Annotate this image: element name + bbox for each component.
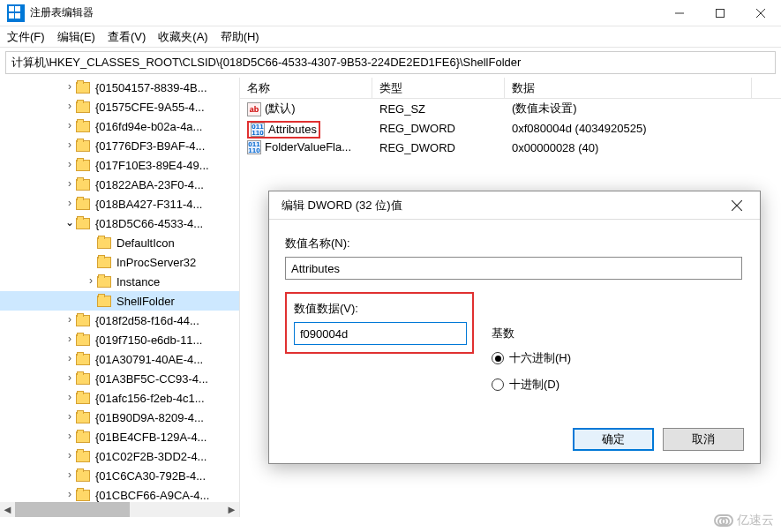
folder-icon (76, 470, 90, 482)
value-data-input[interactable] (294, 322, 467, 345)
radio-hex[interactable]: 十六进制(H) (492, 350, 571, 366)
tree-item-label: {01822ABA-23F0-4... (94, 177, 206, 192)
chevron-right-icon[interactable]: › (64, 410, 76, 423)
menu-help[interactable]: 帮助(H) (221, 29, 259, 45)
col-name[interactable]: 名称 (240, 78, 372, 98)
chevron-right-icon[interactable]: › (64, 352, 76, 364)
tree-hscrollbar[interactable]: ◄ ► (0, 502, 239, 517)
chevron-right-icon[interactable]: › (64, 371, 76, 384)
folder-icon (97, 237, 111, 249)
tree-item-label: {01CBCF66-A9CA-4... (94, 488, 211, 503)
tree-item[interactable]: DefaultIcon (0, 233, 240, 252)
menu-favorites[interactable]: 收藏夹(A) (158, 29, 207, 45)
scroll-right-icon[interactable]: ► (224, 502, 239, 517)
list-header: 名称 类型 数据 (240, 78, 781, 99)
tree-item[interactable]: ›{01A30791-40AE-4... (0, 349, 240, 369)
minimize-button[interactable] (659, 0, 700, 26)
list-row[interactable]: 011110FolderValueFla...REG_DWORD0x000000… (240, 138, 781, 157)
tree-item-label: {01afc156-f2eb-4c1... (94, 391, 207, 406)
folder-icon (76, 140, 90, 152)
tree-item[interactable]: ›{018f2d58-f16d-44... (0, 311, 240, 330)
tree-item[interactable]: ›{01C02F2B-3DD2-4... (0, 446, 240, 466)
folder-icon (76, 393, 90, 404)
tree-item[interactable]: ›Instance (0, 272, 240, 291)
list-row[interactable]: ab(默认)REG_SZ(数值未设置) (240, 99, 781, 118)
chevron-right-icon[interactable]: › (64, 333, 76, 345)
tree-item[interactable]: ›{01A3BF5C-CC93-4... (0, 369, 240, 388)
radio-dec[interactable]: 十进制(D) (492, 377, 571, 393)
folder-icon (76, 315, 90, 326)
tree-item[interactable]: ›{01575CFE-9A55-4... (0, 97, 240, 116)
chevron-right-icon[interactable]: › (64, 391, 76, 403)
dialog-titlebar: 编辑 DWORD (32 位)值 (269, 191, 760, 220)
chevron-right-icon[interactable]: › (64, 197, 76, 209)
chevron-right-icon[interactable]: › (64, 488, 76, 500)
chevron-right-icon[interactable]: › (64, 158, 76, 170)
tree-item-label: Instance (115, 274, 161, 289)
tree-item[interactable]: ›{018BA427-F311-4... (0, 194, 240, 214)
value-type: REG_SZ (372, 102, 505, 116)
tree-item[interactable]: ›{01504157-8839-4B... (0, 78, 240, 97)
close-button[interactable] (740, 0, 781, 26)
tree-view[interactable]: ›{01504157-8839-4B...›{01575CFE-9A55-4..… (0, 78, 240, 517)
maximize-button[interactable] (700, 0, 740, 26)
ok-button[interactable]: 确定 (573, 428, 654, 451)
tree-item[interactable]: ›{01776DF3-B9AF-4... (0, 136, 240, 155)
dialog-title: 编辑 DWORD (32 位)值 (282, 198, 721, 214)
cancel-button[interactable]: 取消 (663, 428, 744, 451)
menu-edit[interactable]: 编辑(E) (57, 29, 95, 45)
tree-item[interactable]: ›{01afc156-f2eb-4c1... (0, 388, 240, 408)
folder-icon (76, 160, 90, 171)
chevron-right-icon[interactable]: › (64, 449, 76, 461)
chevron-right-icon[interactable]: › (64, 80, 76, 93)
chevron-right-icon[interactable]: › (64, 139, 76, 151)
base-label: 基数 (492, 326, 571, 341)
app-icon (7, 4, 25, 22)
value-name-input[interactable] (285, 257, 742, 280)
tree-item[interactable]: ›{01822ABA-23F0-4... (0, 175, 240, 194)
tree-item-label: {01776DF3-B9AF-4... (94, 139, 207, 154)
chevron-right-icon[interactable]: › (64, 313, 76, 326)
tree-item[interactable]: ›{016fd94e-b02a-4a... (0, 116, 240, 136)
tree-item[interactable]: InProcServer32 (0, 252, 240, 272)
tree-item[interactable]: ›{01BE4CFB-129A-4... (0, 427, 240, 446)
chevron-right-icon[interactable]: › (64, 177, 76, 190)
folder-icon (76, 121, 90, 132)
folder-icon (97, 296, 111, 307)
folder-icon (76, 412, 90, 423)
value-name: Attributes (268, 123, 317, 136)
chevron-right-icon[interactable]: › (64, 430, 76, 442)
tree-item-label: DefaultIcon (115, 236, 176, 251)
tree-item-selected[interactable]: ShellFolder (0, 291, 240, 311)
tree-item[interactable]: ⌄{018D5C66-4533-4... (0, 214, 240, 233)
chevron-right-icon[interactable]: › (64, 119, 76, 131)
tree-item-label: {01C6CA30-792B-4... (94, 468, 207, 483)
folder-icon (76, 199, 90, 210)
chevron-right-icon[interactable]: › (64, 100, 76, 112)
tree-item-label: {018f2d58-f16d-44... (94, 313, 201, 328)
chevron-down-icon[interactable]: ⌄ (64, 216, 76, 229)
tree-item[interactable]: ›{01C6CA30-792B-4... (0, 466, 240, 485)
value-name: (默认) (265, 101, 296, 115)
chevron-right-icon[interactable]: › (64, 468, 76, 481)
dialog-close-button[interactable] (721, 193, 753, 218)
list-row[interactable]: 011110AttributesREG_DWORD0xf080004d (403… (240, 118, 781, 138)
menu-file[interactable]: 文件(F) (7, 29, 45, 45)
watermark: 亿速云 (714, 513, 774, 528)
folder-icon (76, 179, 90, 191)
tree-item[interactable]: ›{017F10E3-89E4-49... (0, 155, 240, 175)
chevron-right-icon[interactable]: › (85, 274, 97, 287)
folder-icon (97, 257, 111, 268)
col-data[interactable]: 数据 (505, 78, 752, 98)
tree-item[interactable]: ›{01B90D9A-8209-4... (0, 408, 240, 427)
col-type[interactable]: 类型 (372, 78, 505, 98)
address-bar[interactable]: 计算机\HKEY_CLASSES_ROOT\CLSID\{018D5C66-45… (5, 51, 776, 74)
menu-view[interactable]: 查看(V) (108, 29, 146, 45)
scroll-left-icon[interactable]: ◄ (0, 502, 15, 517)
tree-item[interactable]: ›{019f7150-e6db-11... (0, 330, 240, 349)
menu-bar: 文件(F) 编辑(E) 查看(V) 收藏夹(A) 帮助(H) (0, 26, 781, 48)
folder-icon (76, 101, 90, 113)
highlighted-value: 011110Attributes (247, 121, 320, 139)
scroll-thumb[interactable] (15, 502, 130, 517)
edit-dword-dialog: 编辑 DWORD (32 位)值 数值名称(N): 数值数据(V): 基数 十六… (268, 191, 761, 464)
